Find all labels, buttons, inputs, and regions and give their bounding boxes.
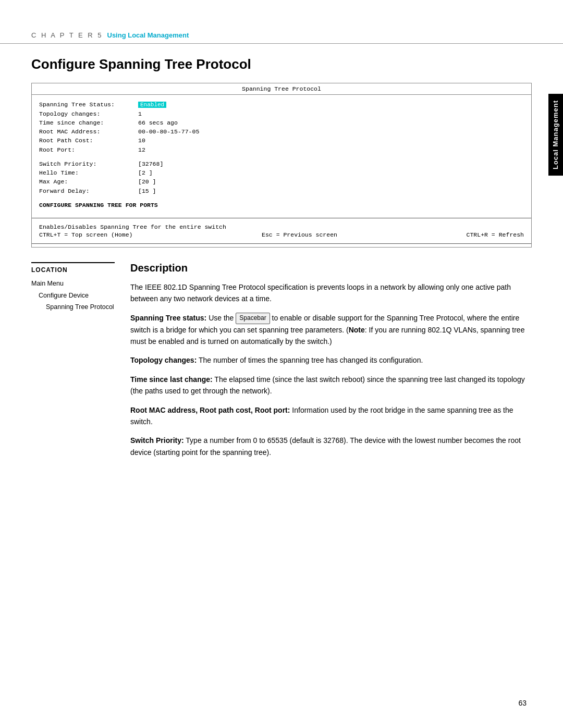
terminal-row-configure[interactable]: CONFIGURE SPANNING TREE FOR PORTS — [39, 201, 524, 209]
location-nav-item-3: Spanning Tree Protocol — [31, 301, 115, 313]
terminal-label-time: Time since change: — [39, 118, 138, 127]
desc-bold-4: Time since last change: — [130, 375, 213, 384]
terminal-row-priority: Switch Priority: [32768] — [39, 159, 524, 168]
description-section: Description The IEEE 802.1D Spanning Tre… — [130, 262, 532, 465]
main-content: Configure Spanning Tree Protocol Spannin… — [0, 56, 563, 497]
footer-ctrl-r: CTRL+R = Refresh — [467, 231, 524, 238]
terminal-row-time: Time since change: 66 secs ago — [39, 118, 524, 127]
two-column-layout: Location Main Menu Configure Device Span… — [31, 262, 532, 465]
terminal-row-topology: Topology changes: 1 — [39, 109, 524, 118]
terminal-body: Spanning Tree Status: Enabled Topology c… — [32, 95, 531, 215]
footer-controls: CTRL+T = Top screen (Home) Esc = Previou… — [39, 231, 524, 238]
terminal-value-time: 66 secs ago — [138, 118, 524, 127]
terminal-row-maxage: Max Age: [20 ] — [39, 177, 524, 186]
terminal-label-pathcost: Root Path Cost: — [39, 136, 138, 145]
terminal-value-pathcost: 10 — [138, 136, 524, 145]
location-nav-item-1: Main Menu — [31, 278, 115, 290]
terminal-row-pathcost: Root Path Cost: 10 — [39, 136, 524, 145]
footer-ctrl-t: CTRL+T = Top screen (Home) — [39, 231, 132, 238]
chapter-title-link[interactable]: Using Local Management — [107, 31, 189, 39]
terminal-row-mac: Root MAC Address: 00-00-80-15-77-05 — [39, 127, 524, 136]
terminal-label-rootport: Root Port: — [39, 145, 138, 154]
footer-esc: Esc = Previous screen — [262, 231, 337, 238]
terminal-value-rootport: 12 — [138, 145, 524, 154]
terminal-value-fwddelay: [15 ] — [138, 187, 524, 195]
location-nav-item-2: Configure Device — [31, 290, 115, 302]
terminal-value-priority: [32768] — [138, 159, 524, 168]
location-section: Location Main Menu Configure Device Span… — [31, 262, 115, 313]
chapter-header: C H A P T E R 5 Using Local Management — [0, 0, 563, 44]
terminal-value-status: Enabled — [138, 100, 524, 109]
desc-para-6: Switch Priority: Type a number from 0 to… — [130, 435, 532, 458]
terminal-screen: Spanning Tree Protocol Spanning Tree Sta… — [31, 83, 532, 248]
desc-bold-2: Spanning Tree status: — [130, 314, 206, 322]
terminal-footer: Enables/Disables Spanning Tree for the e… — [32, 221, 531, 240]
chapter-prefix: C H A P T E R 5 — [31, 31, 103, 39]
desc-bold-3: Topology changes: — [130, 356, 197, 364]
terminal-value-hello: [2 ] — [138, 168, 524, 177]
location-nav: Main Menu Configure Device Spanning Tree… — [31, 278, 115, 313]
terminal-label-mac: Root MAC Address: — [39, 127, 138, 136]
page-title: Configure Spanning Tree Protocol — [31, 56, 532, 72]
description-title: Description — [130, 262, 532, 274]
terminal-value-topology: 1 — [138, 109, 524, 118]
terminal-label-hello: Hello Time: — [39, 168, 138, 177]
desc-para-3: Topology changes: The number of times th… — [130, 354, 532, 366]
terminal-label-status: Spanning Tree Status: — [39, 100, 138, 109]
enabled-badge: Enabled — [138, 102, 166, 108]
terminal-label-maxage: Max Age: — [39, 177, 138, 186]
configure-ports-link[interactable]: CONFIGURE SPANNING TREE FOR PORTS — [39, 201, 524, 209]
spacebar-key: Spacebar — [236, 313, 270, 324]
desc-bold-6: Switch Priority: — [130, 436, 184, 445]
side-tab-label: Local Management — [552, 100, 559, 169]
side-tab: Local Management — [548, 94, 563, 176]
page-number: 63 — [518, 699, 527, 707]
desc-bold-5: Root MAC address, Root path cost, Root p… — [130, 406, 290, 414]
terminal-title: Spanning Tree Protocol — [32, 83, 531, 95]
terminal-row-hello: Hello Time: [2 ] — [39, 168, 524, 177]
terminal-row-fwddelay: Forward Delay: [15 ] — [39, 187, 524, 195]
footer-help: Enables/Disables Spanning Tree for the e… — [39, 224, 524, 230]
desc-note-2: Note — [349, 326, 365, 334]
desc-para-2: Spanning Tree status: Use the Spacebar t… — [130, 312, 532, 348]
terminal-label-priority: Switch Priority: — [39, 159, 138, 168]
location-label: Location — [31, 262, 115, 274]
terminal-value-maxage: [20 ] — [138, 177, 524, 186]
terminal-value-mac: 00-00-80-15-77-05 — [138, 127, 524, 136]
desc-para-5: Root MAC address, Root path cost, Root p… — [130, 404, 532, 428]
terminal-row-rootport: Root Port: 12 — [39, 145, 524, 154]
terminal-row-status: Spanning Tree Status: Enabled — [39, 100, 524, 109]
desc-para-1: The IEEE 802.1D Spanning Tree Protocol s… — [130, 281, 532, 305]
terminal-label-topology: Topology changes: — [39, 109, 138, 118]
description-body: The IEEE 802.1D Spanning Tree Protocol s… — [130, 281, 532, 458]
terminal-label-fwddelay: Forward Delay: — [39, 187, 138, 195]
desc-para-4: Time since last change: The elapsed time… — [130, 374, 532, 397]
